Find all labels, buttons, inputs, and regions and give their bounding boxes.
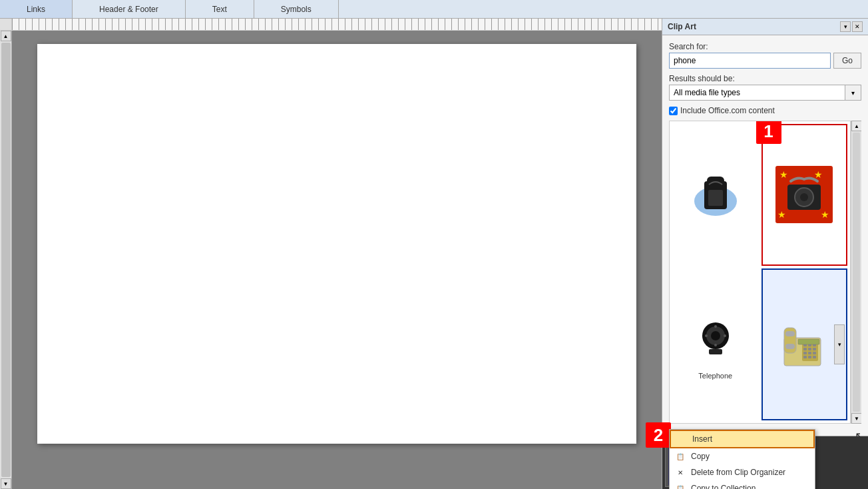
svg-rect-28: [803, 348, 807, 350]
svg-rect-3: [708, 190, 723, 206]
results-label: Results should be:: [669, 74, 861, 83]
tab-header-footer[interactable]: Header & Footer: [73, 0, 186, 18]
document-area: [12, 31, 662, 489]
ctx-delete[interactable]: ✕ Delete from Clip Organizer: [670, 464, 815, 480]
grid-scroll-handle[interactable]: [853, 133, 860, 412]
scroll-handle[interactable]: [1, 43, 11, 477]
clip-img-1: [686, 165, 746, 225]
svg-text:★: ★: [777, 209, 786, 220]
clip-expand-btn[interactable]: ▾: [834, 324, 845, 364]
search-row: Go: [669, 53, 861, 69]
doc-scroll: [12, 31, 662, 489]
svg-rect-22: [785, 331, 795, 336]
go-button[interactable]: Go: [833, 53, 861, 69]
tab-text[interactable]: Text: [186, 0, 254, 18]
scroll-down-btn[interactable]: ▼: [1, 478, 11, 489]
tab-symbols[interactable]: Symbols: [254, 0, 339, 18]
results-section: Results should be: All media file types …: [669, 74, 861, 101]
svg-rect-34: [803, 356, 807, 358]
top-tabs-bar: Links Header & Footer Text Symbols: [0, 0, 868, 19]
clip-img-4: [774, 314, 834, 374]
clip-item-4[interactable]: ▾: [761, 268, 848, 421]
doc-page: [37, 44, 636, 444]
copy-icon: 📋: [675, 451, 686, 462]
clip-item-2[interactable]: 1 ★ ★ ★ ★: [761, 124, 848, 266]
svg-point-11: [800, 193, 808, 201]
clip-grid: 1 ★ ★ ★ ★: [669, 121, 851, 424]
ctx-copy[interactable]: 📋 Copy: [670, 448, 815, 464]
include-office-label: Include Office.com content: [680, 106, 775, 115]
search-label: Search for:: [669, 42, 861, 51]
insert-icon: [676, 434, 687, 444]
svg-point-18: [724, 334, 726, 337]
svg-rect-23: [785, 344, 795, 349]
clip-grid-container: 1 ★ ★ ★ ★: [669, 121, 861, 424]
badge-2: 2: [646, 422, 671, 448]
svg-point-16: [714, 344, 717, 346]
clip-label-3: Telephone: [698, 372, 732, 380]
results-value: All media file types: [669, 85, 845, 101]
panel-minimize-btn[interactable]: ▾: [840, 21, 851, 32]
grid-scroll-up[interactable]: ▲: [851, 121, 861, 131]
copy-collection-icon: 📋: [675, 483, 686, 489]
svg-rect-35: [808, 356, 811, 358]
panel-body: Search for: Go Results should be: All me…: [662, 35, 868, 436]
search-input[interactable]: [669, 53, 831, 69]
context-menu: Insert 📋 Copy ✕ Delete from Clip Organiz…: [669, 429, 815, 489]
ruler: [0, 19, 662, 31]
ctx-copy-collection[interactable]: 📋 Copy to Collection...: [670, 480, 815, 489]
results-select-row: All media file types ▾: [669, 85, 861, 101]
svg-point-14: [711, 331, 720, 340]
svg-point-15: [714, 325, 717, 328]
clip-item-1[interactable]: [672, 124, 759, 266]
badge-1: 1: [756, 121, 781, 144]
clip-img-3: [686, 309, 746, 369]
grid-scrollbar[interactable]: ▲ ▼: [851, 121, 861, 424]
ctx-insert[interactable]: Insert: [670, 430, 815, 448]
tab-links[interactable]: Links: [0, 0, 73, 18]
svg-rect-37: [798, 339, 819, 344]
delete-icon: ✕: [675, 467, 686, 478]
svg-rect-36: [813, 356, 816, 358]
results-dropdown-btn[interactable]: ▾: [845, 85, 861, 101]
scroll-up-btn[interactable]: ▲: [1, 31, 11, 41]
grid-scroll-down[interactable]: ▼: [851, 413, 861, 424]
svg-text:★: ★: [779, 169, 788, 180]
svg-text:★: ★: [821, 209, 829, 220]
svg-rect-19: [709, 349, 722, 354]
include-office-checkbox[interactable]: [669, 107, 678, 115]
svg-rect-29: [808, 348, 811, 350]
panel-header: Clip Art ▾ ✕: [662, 19, 868, 35]
svg-rect-33: [813, 352, 816, 354]
search-section: Search for: Go: [669, 42, 861, 69]
svg-point-17: [705, 334, 708, 337]
svg-rect-31: [803, 352, 807, 354]
svg-text:★: ★: [814, 169, 823, 180]
svg-rect-30: [813, 348, 816, 350]
svg-rect-32: [808, 352, 811, 354]
panel-title: Clip Art: [668, 22, 696, 31]
clip-item-3[interactable]: Telephone: [672, 268, 759, 421]
checkbox-row: Include Office.com content: [669, 106, 861, 115]
clip-art-panel: Clip Art ▾ ✕ Search for: Go Results shou…: [662, 19, 868, 489]
panel-controls: ▾ ✕: [840, 21, 863, 32]
left-scrollbar[interactable]: ▲ ▼: [0, 31, 12, 489]
clip-img-2: ★ ★ ★ ★: [774, 165, 834, 225]
panel-close-btn[interactable]: ✕: [852, 21, 863, 32]
